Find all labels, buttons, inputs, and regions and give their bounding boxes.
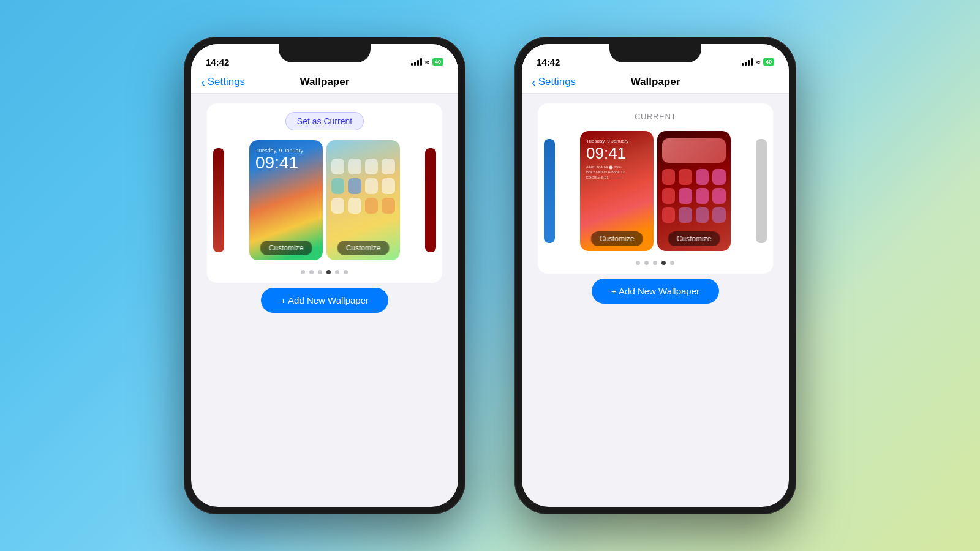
notch-2	[609, 44, 701, 62]
wallpaper-section-2: CURRENT Tuesday, 9 January 09:41	[538, 103, 773, 274]
wallpaper-pair-2: Tuesday, 9 January 09:41 AAPL 164.94 ⬤ 7…	[580, 131, 731, 251]
dot-5[interactable]	[335, 270, 339, 274]
status-time-1: 14:42	[206, 57, 229, 67]
app-icon	[679, 207, 692, 223]
page-title-1: Wallpaper	[300, 76, 350, 88]
peek-left-1	[213, 148, 224, 252]
dot-p2-1[interactable]	[636, 261, 640, 265]
lock-date-1: Tuesday, 9 January	[255, 148, 317, 154]
peek-right-1	[425, 148, 436, 252]
add-new-wallpaper-button-1[interactable]: + Add New Wallpaper	[261, 288, 388, 313]
wifi-icon-1: ≈	[425, 58, 429, 67]
app-icon	[696, 169, 709, 185]
app-icon	[662, 207, 676, 223]
home-screen-thumb-2[interactable]: Customize	[657, 131, 731, 251]
phone-1: 14:42 ≈ 40 ‹ Settings	[184, 37, 466, 514]
app-icon	[365, 198, 379, 214]
wallpaper-pair-1: Tuesday, 9 January 09:41 Customize	[249, 140, 400, 260]
peek-left-2	[544, 139, 555, 243]
battery-1: 40	[432, 58, 443, 66]
dot-p2-4-active[interactable]	[662, 261, 666, 265]
dot-p2-5[interactable]	[670, 261, 674, 265]
dot-4-active[interactable]	[326, 270, 331, 274]
app-icon	[348, 178, 361, 194]
wifi-icon-2: ≈	[756, 58, 760, 67]
current-label: CURRENT	[635, 112, 676, 124]
app-icon	[331, 178, 345, 194]
lock-screen-thumb-1[interactable]: Tuesday, 9 January 09:41 Customize	[249, 140, 323, 260]
app-icon	[331, 159, 345, 174]
status-time-2: 14:42	[537, 57, 560, 67]
signal-icon-2	[742, 58, 753, 66]
signal-icon-1	[411, 58, 422, 66]
app-icon	[679, 188, 692, 204]
customize-home-2[interactable]: Customize	[668, 231, 720, 246]
app-icon	[662, 188, 676, 204]
app-icon	[712, 188, 726, 204]
notch-1	[279, 44, 371, 62]
back-button-1[interactable]: ‹ Settings	[201, 76, 245, 88]
add-new-wallpaper-button-2[interactable]: + Add New Wallpaper	[592, 279, 719, 304]
dot-p2-3[interactable]	[653, 261, 657, 265]
chevron-left-icon-1: ‹	[201, 76, 205, 88]
set-as-current-pill[interactable]: Set as Current	[285, 112, 364, 130]
customize-lock-1[interactable]: Customize	[260, 241, 312, 255]
app-icon	[331, 198, 345, 214]
back-label-1: Settings	[208, 76, 245, 88]
app-icon	[662, 169, 676, 185]
app-icon	[712, 207, 726, 223]
dot-3[interactable]	[318, 270, 322, 274]
lock-time-1: 09:41	[255, 154, 317, 173]
page-title-2: Wallpaper	[631, 76, 680, 88]
phone-2: 14:42 ≈ 40 ‹ Settings	[514, 37, 796, 514]
dot-1[interactable]	[301, 270, 305, 274]
nav-bar-2: ‹ Settings Wallpaper	[522, 71, 789, 94]
app-icon	[712, 169, 726, 185]
app-icon	[382, 178, 395, 194]
nav-bar-1: ‹ Settings Wallpaper	[191, 71, 458, 94]
home-widget-2	[662, 138, 726, 163]
app-icon	[679, 169, 692, 185]
app-icon	[348, 159, 361, 174]
dot-p2-2[interactable]	[644, 261, 649, 265]
battery-2: 40	[763, 58, 774, 66]
dot-6[interactable]	[344, 270, 348, 274]
dot-2[interactable]	[309, 270, 314, 274]
status-icons-1: ≈ 40	[411, 58, 443, 67]
peek-right-2	[756, 139, 767, 243]
app-icon	[696, 207, 709, 223]
chevron-left-icon-2: ‹	[532, 76, 536, 88]
app-icon	[382, 159, 395, 174]
back-button-2[interactable]: ‹ Settings	[532, 76, 576, 88]
lock-widgets-2: AAPL 164.94 ⬤ 75% BBLx Filipv's iPhone 1…	[586, 165, 647, 180]
back-label-2: Settings	[538, 76, 576, 88]
customize-home-1[interactable]: Customize	[337, 241, 390, 255]
wallpaper-section-1: Set as Current Tuesday, 9 January 09:41	[207, 103, 442, 283]
customize-lock-2[interactable]: Customize	[591, 231, 643, 246]
app-icon	[382, 198, 395, 214]
home-screen-thumb-1[interactable]: Customize	[326, 140, 400, 260]
lock-screen-thumb-2[interactable]: Tuesday, 9 January 09:41 AAPL 164.94 ⬤ 7…	[580, 131, 654, 251]
pagination-1	[301, 270, 348, 274]
lock-time-2: 09:41	[586, 144, 647, 162]
app-icon	[348, 198, 361, 214]
app-icon	[696, 188, 709, 204]
phone-content-2: CURRENT Tuesday, 9 January 09:41	[522, 94, 789, 316]
pagination-2	[636, 261, 674, 265]
lock-date-2: Tuesday, 9 January	[586, 138, 647, 144]
app-icon	[365, 159, 379, 174]
app-icon	[365, 178, 379, 194]
scene: 14:42 ≈ 40 ‹ Settings	[184, 37, 796, 514]
phone-content-1: Set as Current Tuesday, 9 January 09:41	[191, 94, 458, 325]
status-icons-2: ≈ 40	[742, 58, 774, 67]
